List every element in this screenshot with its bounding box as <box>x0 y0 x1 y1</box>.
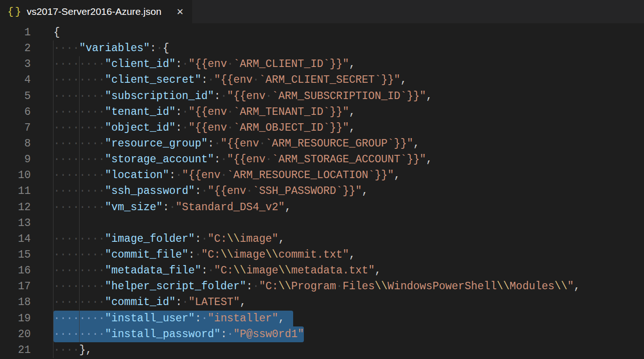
line-number[interactable]: 5 <box>0 88 31 104</box>
line-number[interactable]: 8 <box>0 136 31 152</box>
line-number[interactable]: 1 <box>0 25 31 40</box>
token-punct: : <box>163 201 169 213</box>
token-punct: : <box>175 296 182 308</box>
token-str: "P@ssw0rd1" <box>234 328 304 340</box>
token-punct: { <box>54 27 60 39</box>
line-number[interactable]: 13 <box>0 215 31 231</box>
code-line[interactable]: 21····}, <box>0 342 644 358</box>
whitespace-dots: · <box>266 90 272 102</box>
code-line[interactable]: 17········"helper_script_folder":·"C:\\P… <box>0 279 644 294</box>
code-line[interactable]: 6········"tenant_id":·"{{env·`ARM_TENANT… <box>0 104 644 120</box>
code-line[interactable]: 8········"resource_group":·"{{env·`ARM_R… <box>0 136 644 152</box>
json-file-icon: {} <box>7 6 22 18</box>
code-line[interactable]: 7········"object_id":·"{{env·`ARM_OBJECT… <box>0 120 644 136</box>
line-number[interactable]: 21 <box>0 342 31 358</box>
line-number[interactable]: 15 <box>0 247 31 263</box>
token-punct: , <box>426 153 433 166</box>
code-text: ········"ssh_password":·"{{env·`SSH_PASS… <box>54 183 644 199</box>
code-line[interactable]: 4········"client_secret":·"{{env·`ARM_CL… <box>0 72 644 88</box>
code-text: ········"install_user":·"installer", <box>54 311 644 326</box>
token-str: "{{env <box>182 169 221 181</box>
token-punct: , <box>349 122 356 134</box>
code-editor[interactable]: 1{2····"variables":·{3········"client_id… <box>0 23 644 359</box>
line-number[interactable]: 9 <box>0 152 31 167</box>
token-key: "client_id" <box>105 58 175 70</box>
code-text <box>54 215 644 231</box>
token-str: `ARM_RESOURCE_GROUP`}}" <box>266 138 413 150</box>
whitespace-dots: · <box>227 122 234 134</box>
token-punct: , <box>349 58 356 70</box>
code-line[interactable]: 12········"vm_size":·"Standard_DS4_v2", <box>0 199 644 215</box>
code-text: ········"metadata_file":·"C:\\image\\met… <box>54 263 644 279</box>
code-text: ········"vm_size":·"Standard_DS4_v2", <box>54 199 644 215</box>
token-str: `ARM_CLIENT_SECRET`}}" <box>259 74 401 86</box>
code-text: ········"install_password":·"P@ssw0rd1" <box>54 326 644 342</box>
whitespace-dots: ···· <box>54 344 79 356</box>
line-number[interactable]: 6 <box>0 104 31 120</box>
line-number[interactable]: 19 <box>0 311 31 326</box>
whitespace-dots: · <box>208 265 214 277</box>
line-number[interactable]: 17 <box>0 279 31 294</box>
token-str: "{{env <box>214 74 253 86</box>
line-number[interactable]: 11 <box>0 183 31 199</box>
token-str: "{{env <box>227 153 266 166</box>
code-line[interactable]: 16········"metadata_file":·"C:\\image\\m… <box>0 263 644 279</box>
token-punct: , <box>285 201 291 213</box>
code-line[interactable]: 13 <box>0 215 644 231</box>
whitespace-dots: · <box>336 280 342 293</box>
whitespace-dots: · <box>214 138 221 150</box>
code-text: { <box>54 25 644 40</box>
line-number[interactable]: 4 <box>0 72 31 88</box>
indent-guide <box>79 56 80 342</box>
code-line[interactable]: 20········"install_password":·"P@ssw0rd1… <box>0 326 644 342</box>
whitespace-dots: · <box>201 233 208 245</box>
whitespace-dots: · <box>208 74 214 86</box>
whitespace-dots: · <box>227 58 234 70</box>
code-line[interactable]: 18········"commit_id":·"LATEST", <box>0 294 644 310</box>
token-key: "install_user" <box>105 312 195 325</box>
token-str: image <box>246 265 278 277</box>
code-line[interactable]: 5········"subscription_id":·"{{env·`ARM_… <box>0 88 644 104</box>
token-key: "install_password" <box>105 328 220 340</box>
whitespace-dots: · <box>156 42 163 54</box>
line-number[interactable]: 14 <box>0 231 31 247</box>
indent-guide <box>53 40 54 358</box>
close-tab-icon[interactable]: ✕ <box>174 6 186 18</box>
code-line[interactable]: 9········"storage_account":·"{{env·`ARM_… <box>0 152 644 167</box>
whitespace-dots: · <box>221 169 227 181</box>
token-key: "image_folder" <box>105 233 195 245</box>
code-line[interactable]: 15········"commit_file":·"C:\\image\\com… <box>0 247 644 263</box>
line-number[interactable]: 2 <box>0 40 31 56</box>
code-text: ····"variables":·{ <box>54 40 644 56</box>
whitespace-dots: · <box>195 249 201 261</box>
code-text: ········"helper_script_folder":·"C:\\Pro… <box>54 279 644 294</box>
code-line[interactable]: 11········"ssh_password":·"{{env·`SSH_PA… <box>0 183 644 199</box>
token-str: WindowsPowerShell <box>388 280 497 293</box>
whitespace-dots: · <box>201 312 208 325</box>
token-esc: \\ <box>375 280 388 293</box>
code-text: ········"storage_account":·"{{env·`ARM_S… <box>54 152 644 167</box>
line-number[interactable]: 10 <box>0 167 31 183</box>
line-number[interactable]: 3 <box>0 56 31 72</box>
token-key: "ssh_password" <box>105 185 195 197</box>
tab-vs2017-server2016-azure-json[interactable]: {} vs2017-Server2016-Azure.json ✕ <box>0 0 192 23</box>
token-punct: : <box>201 74 208 86</box>
token-key: "client_secret" <box>105 74 201 86</box>
code-line[interactable]: 14········"image_folder":·"C:\\image", <box>0 231 644 247</box>
whitespace-dots: · <box>253 74 259 86</box>
token-key: "vm_size" <box>105 201 162 213</box>
code-line[interactable]: 3········"client_id":·"{{env·`ARM_CLIENT… <box>0 56 644 72</box>
token-key: "object_id" <box>105 122 175 134</box>
code-line[interactable]: 2····"variables":·{ <box>0 40 644 56</box>
code-line[interactable]: 1{ <box>0 25 644 40</box>
line-number[interactable]: 20 <box>0 326 31 342</box>
line-number[interactable]: 18 <box>0 294 31 310</box>
line-number[interactable]: 16 <box>0 263 31 279</box>
token-esc: \\ <box>278 280 291 293</box>
whitespace-dots: · <box>182 122 188 134</box>
code-text: ········"commit_id":·"LATEST", <box>54 294 644 310</box>
line-number[interactable]: 7 <box>0 120 31 136</box>
code-line[interactable]: 10········"location":·"{{env·`ARM_RESOUR… <box>0 167 644 183</box>
line-number[interactable]: 12 <box>0 199 31 215</box>
code-line[interactable]: 19········"install_user":·"installer", <box>0 311 644 326</box>
